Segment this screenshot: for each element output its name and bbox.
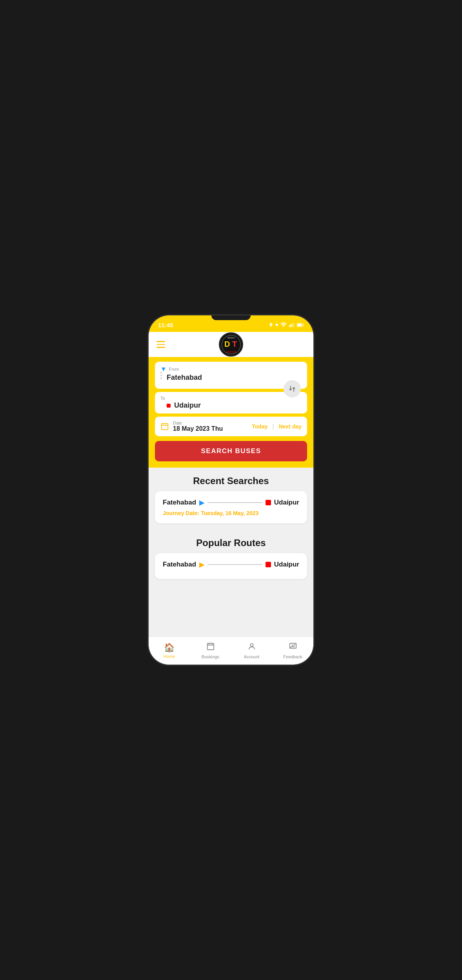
svg-text:DEVRAJ: DEVRAJ <box>227 337 235 339</box>
nav-feedback[interactable]: Feedback <box>272 637 313 665</box>
svg-point-22 <box>250 644 253 647</box>
date-label: Date <box>173 421 223 425</box>
battery-icon <box>297 323 304 327</box>
popular-from-city: Fatehabad <box>163 561 196 568</box>
date-field[interactable]: Date 18 May 2023 Thu Today | Next day <box>155 417 307 436</box>
calendar-icon <box>160 422 169 431</box>
date-divider: | <box>272 423 274 430</box>
app-logo: D T CHIRAWA DEVRAJ <box>219 332 243 357</box>
svg-rect-4 <box>293 322 295 327</box>
main-content: Recent Searches Fatehabad ▶ Udaipur Jour… <box>149 468 313 665</box>
journey-date: Journey Date: Tuesday, 16 May, 2023 <box>163 510 299 516</box>
menu-button[interactable] <box>156 341 165 348</box>
svg-rect-7 <box>303 324 304 326</box>
wifi-icon <box>280 322 287 327</box>
svg-rect-14 <box>162 424 168 430</box>
search-buses-button[interactable]: SEARCH BUSES <box>155 441 307 461</box>
svg-rect-3 <box>292 323 293 327</box>
from-label: ▼ From <box>160 366 302 373</box>
popular-route-card[interactable]: Fatehabad ▶ Udaipur <box>155 553 307 579</box>
search-section: ▼ From Fatehabad <box>149 357 313 468</box>
location-icon <box>269 322 273 328</box>
swap-button[interactable] <box>284 380 301 397</box>
nav-account-label: Account <box>244 654 260 659</box>
app-header: D T CHIRAWA DEVRAJ <box>149 332 313 357</box>
popular-routes-title: Popular Routes <box>149 530 313 553</box>
date-left: Date 18 May 2023 Thu <box>160 421 223 432</box>
popular-route-arrow: ▶ <box>199 560 205 569</box>
svg-text:T: T <box>232 340 237 348</box>
bottom-nav: 🏠 Home Bookings <box>149 636 313 665</box>
status-dot <box>276 324 278 326</box>
route-arrow-icon: ▶ <box>199 498 205 507</box>
bookings-icon <box>206 642 215 653</box>
popular-to-city: Udaipur <box>274 561 299 568</box>
account-icon <box>247 642 256 653</box>
home-icon: 🏠 <box>164 643 175 653</box>
nav-account[interactable]: Account <box>231 637 272 665</box>
nav-bookings[interactable]: Bookings <box>190 637 231 665</box>
route-line <box>208 502 262 503</box>
nav-home-label: Home <box>164 654 175 659</box>
date-actions: Today | Next day <box>252 423 302 430</box>
popular-route-row: Fatehabad ▶ Udaipur <box>163 560 299 569</box>
signal-icon <box>289 322 295 327</box>
status-icons <box>269 322 304 328</box>
recent-searches-title: Recent Searches <box>149 468 313 491</box>
today-button[interactable]: Today <box>252 423 267 430</box>
from-field[interactable]: ▼ From Fatehabad <box>155 362 307 389</box>
nav-bookings-label: Bookings <box>202 654 219 659</box>
svg-point-0 <box>276 324 278 326</box>
recent-search-card[interactable]: Fatehabad ▶ Udaipur Journey Date: Tuesda… <box>155 491 307 523</box>
popular-route-line <box>208 564 262 565</box>
svg-rect-1 <box>289 325 290 327</box>
nav-home[interactable]: 🏠 Home <box>149 637 190 665</box>
date-info: Date 18 May 2023 Thu <box>173 421 223 432</box>
next-day-button[interactable]: Next day <box>279 423 302 430</box>
svg-rect-18 <box>207 643 214 650</box>
date-value: 18 May 2023 Thu <box>173 425 223 432</box>
to-value: Udaipur <box>160 401 302 410</box>
svg-text:CHIRAWA: CHIRAWA <box>226 351 236 353</box>
from-value: Fatehabad <box>160 373 302 382</box>
swap-icon <box>288 385 296 393</box>
recent-from-city: Fatehabad <box>163 499 196 506</box>
to-label: To <box>160 396 302 401</box>
svg-rect-6 <box>297 324 302 326</box>
to-dot <box>167 404 171 408</box>
dest-dot <box>266 500 271 505</box>
to-field[interactable]: To Udaipur <box>155 392 307 413</box>
svg-text:D: D <box>224 340 230 348</box>
feedback-icon <box>289 642 297 653</box>
nav-feedback-label: Feedback <box>283 654 302 659</box>
route-row: Fatehabad ▶ Udaipur <box>163 498 299 507</box>
logo-svg: D T CHIRAWA DEVRAJ <box>220 334 242 355</box>
status-time: 11:45 <box>158 322 173 328</box>
connector-dots <box>160 372 162 379</box>
recent-to-city: Udaipur <box>274 499 299 506</box>
popular-dest-dot <box>266 562 271 567</box>
svg-rect-2 <box>291 324 292 327</box>
